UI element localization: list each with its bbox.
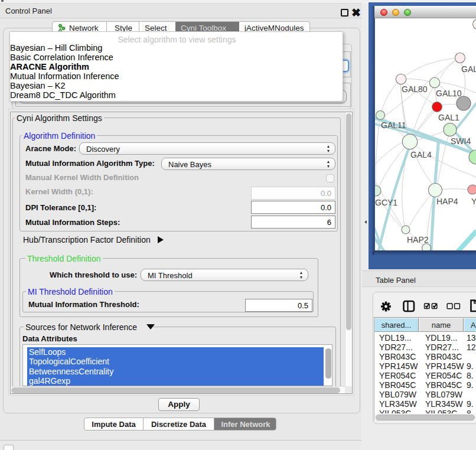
svg-text:HAP2: HAP2	[407, 235, 429, 244]
svg-text:GAL1: GAL1	[438, 113, 459, 122]
svg-text:GAL80: GAL80	[402, 84, 428, 94]
svg-text:GAL4: GAL4	[410, 150, 432, 159]
svg-text:Y: Y	[471, 197, 476, 206]
svg-text:GAL11: GAL11	[381, 120, 406, 130]
svg-text:GAL10: GAL10	[436, 89, 462, 98]
svg-text:GAL: GAL	[461, 64, 476, 74]
svg-text:GCY1: GCY1	[375, 198, 397, 207]
svg-text:SWI4: SWI4	[451, 136, 471, 146]
svg-text:HAP4: HAP4	[436, 197, 458, 206]
